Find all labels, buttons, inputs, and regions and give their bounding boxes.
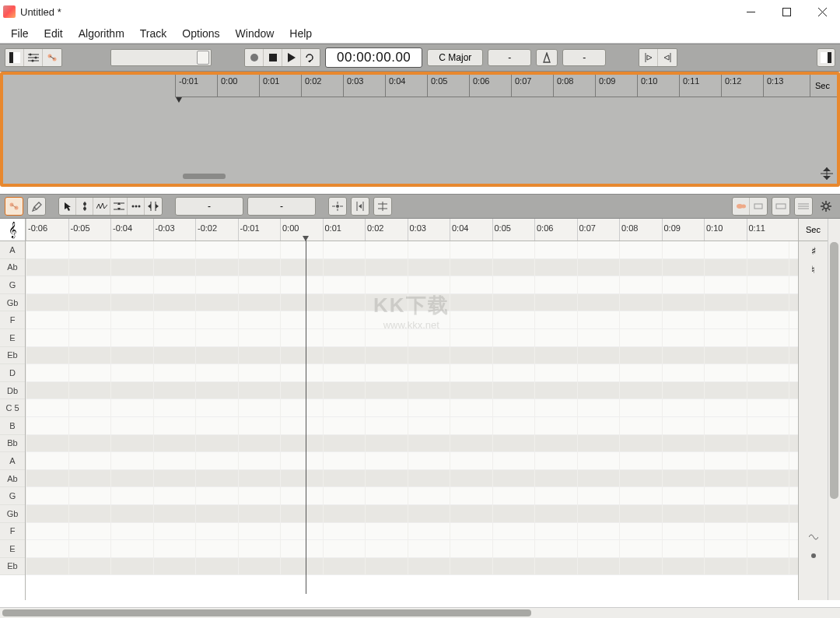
menu-algorithm[interactable]: Algorithm (71, 25, 132, 42)
grid-row[interactable] (26, 311, 798, 329)
note-label[interactable]: Ab (0, 470, 25, 488)
note-label[interactable]: E (0, 540, 25, 558)
link-tool-icon[interactable] (5, 197, 23, 216)
note-label[interactable]: C 5 (0, 399, 25, 417)
piano-h-scrollbar[interactable] (0, 607, 840, 618)
stop-button[interactable] (264, 49, 282, 66)
amplitude-tool-icon[interactable] (110, 198, 128, 215)
grid-row[interactable] (26, 364, 798, 382)
note-label[interactable]: B (0, 417, 25, 435)
grid-row[interactable] (26, 294, 798, 312)
correct-pitch-icon[interactable] (328, 197, 347, 216)
grid-row[interactable] (26, 452, 798, 470)
grid-row[interactable] (26, 241, 798, 259)
note-label[interactable]: G (0, 487, 25, 505)
tempo-right[interactable]: - (562, 49, 606, 66)
piano-ruler[interactable]: -0:06-0:05-0:04-0:03-0:02-0:010:000:010:… (26, 219, 798, 241)
note-label[interactable]: F (0, 523, 25, 541)
blob-view-icon[interactable] (733, 198, 750, 215)
note-label[interactable]: A (0, 241, 25, 259)
key-selector[interactable]: C Major (427, 49, 483, 66)
scale-dropdown[interactable]: - (175, 197, 243, 216)
expand-icon[interactable] (819, 166, 835, 181)
timeline-ruler[interactable]: -0:010:000:010:020:030:040:050:060:070:0… (175, 75, 837, 97)
grid-row[interactable] (26, 417, 798, 435)
note-label[interactable]: F (0, 311, 25, 329)
formant-tool-icon[interactable] (93, 198, 110, 215)
menu-window[interactable]: Window (228, 25, 282, 42)
piano-ruler-tick: 0:03 (408, 219, 450, 241)
piano-roll: 𝄞 AAbGGbFEEbDDbC 5BBbAAbGGbFEEb -0:06-0:… (0, 219, 840, 600)
settings-gear-icon[interactable] (817, 197, 835, 216)
note-label[interactable]: Db (0, 382, 25, 400)
display-toggle-icon[interactable] (750, 198, 767, 215)
tempo-left[interactable]: - (488, 49, 531, 66)
minimize-button[interactable] (733, 0, 768, 23)
playhead-marker-icon[interactable] (176, 97, 182, 103)
menu-options[interactable]: Options (174, 25, 227, 42)
piano-unit[interactable]: Sec (799, 219, 828, 241)
note-label[interactable]: G (0, 276, 25, 294)
grid-row[interactable] (26, 329, 798, 347)
note-label[interactable]: Bb (0, 435, 25, 453)
piano-playhead[interactable] (306, 236, 306, 594)
svg-point-11 (31, 60, 33, 62)
grid-row[interactable] (26, 540, 798, 558)
timeline-h-scrollbar[interactable] (183, 174, 226, 179)
play-button[interactable] (282, 49, 301, 66)
volume-slider[interactable] (110, 49, 212, 66)
chord-dropdown[interactable]: - (247, 197, 316, 216)
piano-roll-content[interactable]: -0:06-0:05-0:04-0:03-0:02-0:010:000:010:… (26, 219, 798, 600)
note-label[interactable]: Eb (0, 558, 25, 576)
grid-row[interactable] (26, 523, 798, 541)
maximize-button[interactable] (768, 0, 804, 23)
timeline-area[interactable]: -0:010:000:010:020:030:040:050:060:070:0… (175, 75, 837, 184)
set-start-icon[interactable] (639, 49, 658, 66)
separation-tool-icon[interactable] (128, 198, 145, 215)
grid-row[interactable] (26, 347, 798, 365)
arrow-tool-icon[interactable] (59, 198, 76, 215)
treble-clef-icon[interactable]: 𝄞 (0, 219, 25, 241)
menu-track[interactable]: Track (132, 25, 174, 42)
note-label[interactable]: Ab (0, 259, 25, 277)
piano-v-scrollbar[interactable] (828, 219, 840, 600)
loop-button[interactable] (301, 49, 320, 66)
grid-row[interactable] (26, 399, 798, 417)
close-button[interactable] (804, 0, 840, 23)
grid-row[interactable] (26, 276, 798, 294)
wrench-tool-icon[interactable] (27, 197, 46, 216)
list-view-icon[interactable] (794, 197, 813, 216)
note-label[interactable]: D (0, 364, 25, 382)
grid-row[interactable] (26, 558, 798, 576)
note-label[interactable]: A (0, 452, 25, 470)
timeline-unit[interactable]: Sec (810, 75, 835, 97)
record-button[interactable] (245, 49, 264, 66)
set-end-icon[interactable] (658, 49, 677, 66)
quantize-icon[interactable] (351, 197, 369, 216)
view-split-icon[interactable] (5, 49, 24, 66)
metronome-button[interactable] (536, 49, 558, 66)
panel-toggle-button[interactable] (817, 48, 835, 67)
grid-row[interactable] (26, 487, 798, 505)
grid-row[interactable] (26, 470, 798, 488)
note-label[interactable]: E (0, 329, 25, 347)
grid-row[interactable] (26, 505, 798, 523)
pane-divider[interactable] (0, 187, 840, 194)
pitch-tool-icon[interactable] (76, 198, 93, 215)
grid-row[interactable] (26, 382, 798, 400)
time-display[interactable]: 00:00:00.00 (325, 47, 422, 68)
menu-edit[interactable]: Edit (37, 25, 71, 42)
menu-file[interactable]: File (3, 25, 37, 42)
level-macro-icon[interactable] (373, 197, 392, 216)
menu-help[interactable]: Help (282, 25, 320, 42)
note-label[interactable]: Gb (0, 294, 25, 312)
node-view-icon[interactable] (43, 49, 61, 66)
rect-view-icon[interactable] (772, 197, 790, 216)
note-label[interactable]: Eb (0, 347, 25, 365)
track-view-icon[interactable] (24, 49, 43, 66)
grid-row[interactable] (26, 435, 798, 453)
note-label[interactable]: Gb (0, 505, 25, 523)
grid-row[interactable] (26, 259, 798, 277)
piano-ruler-tick: 0:00 (280, 219, 323, 241)
timing-tool-icon[interactable] (145, 198, 162, 215)
